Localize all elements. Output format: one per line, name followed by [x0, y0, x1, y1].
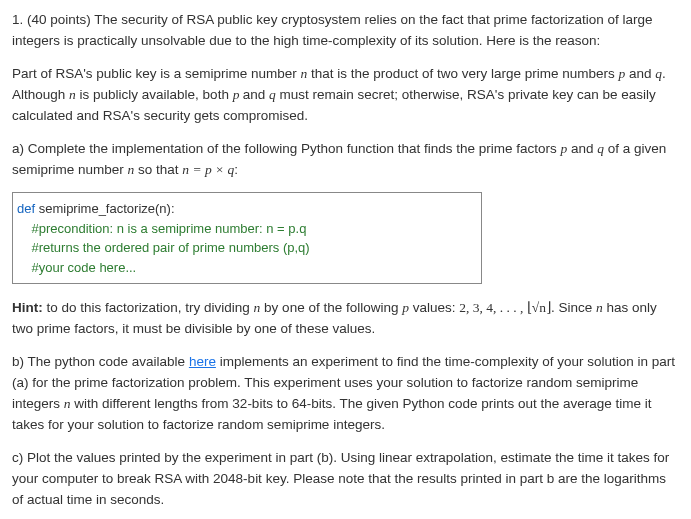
text-fragment: values:: [409, 300, 459, 315]
text-fragment: . Since: [551, 300, 596, 315]
var-p: p: [233, 87, 243, 102]
math-sequence: 2, 3, 4, . . . , ⌊√n⌋: [459, 300, 551, 315]
var-p: p: [402, 300, 409, 315]
text-fragment: and: [567, 141, 597, 156]
code-line-2: #precondition: n is a semiprime number: …: [17, 219, 477, 239]
var-n: n: [596, 300, 603, 315]
var-n: n: [69, 87, 76, 102]
text-fragment: b) The python code available: [12, 354, 189, 369]
equation: n = p × q: [182, 162, 234, 177]
text-fragment: is publicly available, both: [76, 87, 233, 102]
text-fragment: and: [625, 66, 655, 81]
text-fragment: by one of the following: [260, 300, 402, 315]
var-q: q: [269, 87, 276, 102]
q1-part-c: c) Plot the values printed by the experi…: [12, 448, 679, 511]
code-line-1: def semiprime_factorize(n):: [17, 199, 477, 219]
text-fragment: :: [234, 162, 238, 177]
func-name: semiprime_factorize(n):: [39, 201, 175, 216]
code-block: def semiprime_factorize(n): #preconditio…: [12, 192, 482, 284]
q1-intro-1: 1. (40 points) The security of RSA publi…: [12, 10, 679, 52]
code-line-3: #returns the ordered pair of prime numbe…: [17, 238, 477, 258]
keyword-def: def: [17, 201, 39, 216]
here-link[interactable]: here: [189, 354, 216, 369]
text-fragment: that is the product of two very large pr…: [307, 66, 618, 81]
q1-intro-2: Part of RSA's public key is a semiprime …: [12, 64, 679, 127]
code-line-4: #your code here...: [17, 258, 477, 278]
text-fragment: so that: [134, 162, 182, 177]
text-fragment: with different lengths from 32-bits to 6…: [12, 396, 652, 432]
q1-part-a: a) Complete the implementation of the fo…: [12, 139, 679, 181]
var-n: n: [64, 396, 71, 411]
text-fragment: to do this factorization, try dividing: [43, 300, 254, 315]
text-fragment: Part of RSA's public key is a semiprime …: [12, 66, 300, 81]
q1-hint: Hint: to do this factorization, try divi…: [12, 298, 679, 340]
text-fragment: and: [243, 87, 269, 102]
hint-label: Hint:: [12, 300, 43, 315]
text-fragment: a) Complete the implementation of the fo…: [12, 141, 561, 156]
q1-part-b: b) The python code available here implem…: [12, 352, 679, 436]
